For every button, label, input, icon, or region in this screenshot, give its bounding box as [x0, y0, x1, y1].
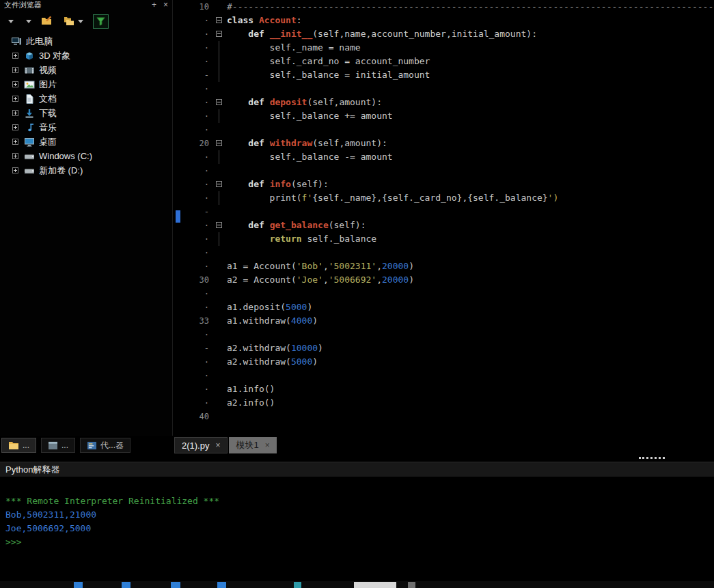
tree-item-desktop[interactable]: 桌面 — [0, 135, 172, 149]
tree-item-music[interactable]: 音乐 — [0, 120, 172, 135]
folders-icon[interactable] — [63, 16, 83, 27]
code-line[interactable]: · — [183, 287, 714, 300]
code-line[interactable]: ·class Account: — [183, 14, 714, 27]
fold-collapse-icon[interactable] — [216, 181, 222, 187]
tree-item-downloads[interactable]: 下载 — [0, 106, 172, 120]
code-editor[interactable]: 10#-------------------------------------… — [183, 0, 714, 430]
code-line[interactable]: · — [183, 164, 714, 178]
fold-column — [213, 164, 227, 178]
expand-plus-icon[interactable] — [12, 153, 18, 159]
fold-collapse-icon[interactable] — [216, 31, 222, 37]
fold-collapse-icon[interactable] — [216, 222, 222, 228]
code-line[interactable]: · self._balance += amount — [183, 109, 714, 123]
close-icon[interactable]: × — [163, 1, 168, 9]
taskbar-app-icon[interactable] — [171, 582, 180, 588]
code-token: 5000 — [291, 356, 312, 367]
folder-edit-icon[interactable] — [41, 16, 53, 27]
code-line[interactable]: · def info(self): — [183, 178, 714, 191]
expand-plus-icon[interactable] — [12, 81, 18, 87]
code-line[interactable]: · self._card_no = account_number — [183, 55, 714, 68]
code-token: a1.deposit( — [227, 302, 286, 312]
taskbar-app-icon[interactable] — [217, 582, 226, 588]
taskbar-app-icon[interactable] — [74, 582, 83, 588]
code-line[interactable]: · — [183, 369, 714, 382]
panel-splitter[interactable] — [173, 0, 183, 436]
code-line[interactable]: -a2.withdraw(10000) — [183, 341, 714, 355]
code-line[interactable]: - self._balance = initial_amount — [183, 68, 714, 82]
splitter-handle-icon[interactable] — [176, 210, 180, 223]
code-line[interactable]: 33a1.withdraw(4000) — [183, 314, 714, 328]
code-token: '5002311' — [329, 261, 376, 271]
code-text: self._balance = initial_amount — [227, 68, 430, 82]
expand-plus-icon[interactable] — [12, 139, 18, 145]
code-line[interactable]: ·a1.deposit(5000) — [183, 300, 714, 314]
view-dropdown-icon[interactable] — [23, 20, 31, 23]
fold-collapse-icon[interactable] — [216, 17, 222, 23]
tree-item-videos[interactable]: 视频 — [0, 63, 172, 77]
code-line[interactable]: · — [183, 82, 714, 96]
file-browser-toolbar — [0, 10, 172, 33]
dock-tab-1[interactable]: ... — [41, 438, 75, 453]
tree-item-drive-c[interactable]: Windows (C:) — [0, 149, 172, 163]
line-number: · — [183, 82, 213, 96]
nav-dropdown-icon[interactable] — [5, 20, 14, 23]
fold-collapse-icon[interactable] — [216, 99, 222, 105]
fold-guide-line — [219, 109, 219, 123]
expand-plus-icon[interactable] — [12, 167, 18, 173]
code-token: def — [248, 29, 269, 39]
editor-tab-active[interactable]: 2(1).py × — [174, 437, 228, 453]
line-number: 33 — [183, 314, 213, 328]
taskbar-app-icon[interactable] — [294, 582, 301, 588]
close-icon[interactable]: × — [265, 440, 270, 450]
code-token: ') — [548, 193, 559, 203]
code-token: ) — [409, 275, 414, 285]
code-line[interactable]: ·a2.info() — [183, 396, 714, 410]
code-line[interactable]: - — [183, 205, 714, 219]
expand-plus-icon[interactable] — [12, 53, 18, 59]
expand-plus-icon[interactable] — [12, 96, 18, 102]
code-line[interactable]: · return self._balance — [183, 232, 714, 246]
code-line[interactable]: ·a2.withdraw(5000) — [183, 355, 714, 369]
expand-plus-icon[interactable] — [12, 110, 18, 116]
code-line[interactable]: ·a1 = Account('Bob','5002311',20000) — [183, 260, 714, 273]
code-token: 20000 — [382, 275, 409, 285]
editor-tab-inactive[interactable]: 模块1 × — [229, 437, 276, 453]
splitter-grip[interactable] — [639, 457, 665, 461]
code-token: a2.withdraw( — [227, 356, 291, 367]
tree-item-documents[interactable]: 文档 — [0, 92, 172, 106]
tree-item-pictures[interactable]: 图片 — [0, 77, 172, 92]
expand-plus-icon[interactable] — [12, 67, 18, 73]
filter-icon[interactable] — [93, 14, 109, 29]
pin-icon[interactable]: + — [152, 1, 156, 9]
code-line[interactable]: · def get_balance(self): — [183, 219, 714, 232]
dock-tab-2[interactable]: 代...器 — [80, 438, 131, 453]
expand-plus-icon[interactable] — [12, 124, 18, 130]
taskbar-app-icon[interactable] — [122, 582, 131, 588]
code-line[interactable]: · print(f'{self._name},{self._card_no},{… — [183, 191, 714, 205]
code-line[interactable]: · — [183, 123, 714, 137]
code-line[interactable]: 20 def withdraw(self,amount): — [183, 137, 714, 150]
code-line[interactable]: ·a1.info() — [183, 382, 714, 396]
code-line[interactable]: · — [183, 246, 714, 260]
code-line[interactable]: 30a2 = Account('Joe','5006692',20000) — [183, 273, 714, 287]
tree-item-3d-objects[interactable]: 3D 对象 — [0, 48, 172, 63]
code-line[interactable]: · def deposit(self,amount): — [183, 96, 714, 109]
fold-column — [213, 109, 227, 123]
tree-item-label: 文档 — [39, 93, 57, 105]
dock-tab-0[interactable]: ... — [1, 438, 36, 453]
taskbar-app-icon[interactable] — [408, 582, 415, 588]
fold-column — [213, 300, 227, 314]
interpreter-output[interactable]: *** Remote Interpreter Reinitialized ***… — [0, 477, 714, 581]
tree-item-this-pc[interactable]: 此电脑 — [0, 34, 172, 48]
line-number: · — [183, 300, 213, 314]
taskbar-app-icon[interactable] — [354, 582, 396, 588]
code-line[interactable]: · def __init__(self,name,account_number,… — [183, 27, 714, 41]
code-line[interactable]: 40 — [183, 410, 714, 423]
tree-item-drive-d[interactable]: 新加卷 (D:) — [0, 163, 172, 178]
code-line[interactable]: · self._name = name — [183, 41, 714, 55]
code-line[interactable]: 10#-------------------------------------… — [183, 0, 714, 14]
fold-collapse-icon[interactable] — [216, 140, 222, 146]
close-icon[interactable]: × — [215, 440, 220, 450]
code-line[interactable]: · self._balance -= amount — [183, 150, 714, 164]
code-line[interactable]: · — [183, 328, 714, 341]
